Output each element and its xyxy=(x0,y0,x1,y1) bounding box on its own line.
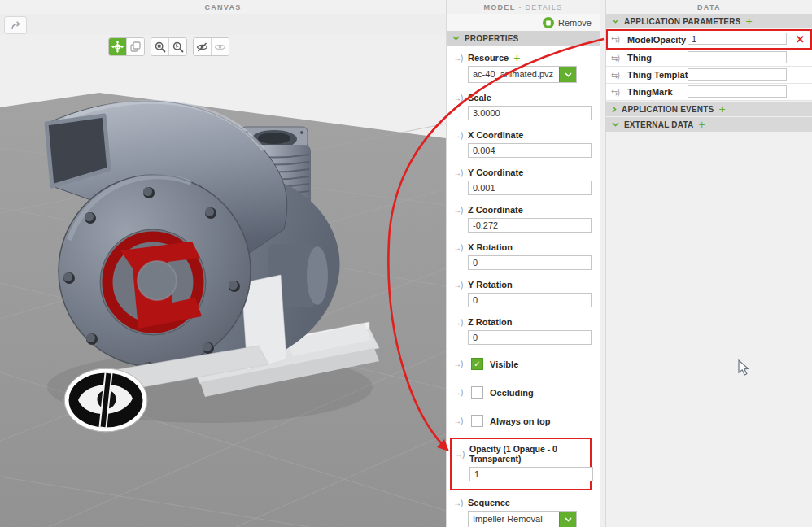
thing-template-input[interactable] xyxy=(688,68,787,81)
binding-target-icon: →) xyxy=(453,131,468,140)
properties-label: PROPERTIES xyxy=(465,34,518,43)
model-title-secondary: - DETAILS xyxy=(518,3,562,11)
binding-param-icon: ⇆) xyxy=(611,35,626,44)
thing-input[interactable] xyxy=(688,51,787,63)
binding-target-icon: →) xyxy=(453,281,468,290)
zoom-button-group xyxy=(151,37,187,56)
canvas-panel-title: CANVAS xyxy=(0,0,446,14)
binding-param-icon: ⇆) xyxy=(611,88,626,97)
occluding-checkbox[interactable] xyxy=(471,386,483,399)
chevron-down-icon xyxy=(452,36,460,41)
hide-tool-button[interactable] xyxy=(194,38,211,55)
add-event-icon[interactable]: + xyxy=(718,105,725,113)
model-panel-scrollbar[interactable] xyxy=(600,0,605,527)
binding-target-icon: →) xyxy=(453,206,468,215)
sequence-label: Sequence xyxy=(468,498,510,507)
always-on-top-label: Always on top xyxy=(490,416,551,426)
opacity-highlight-box: →) Opacity (1 Opaque - 0 Transparent) xyxy=(450,438,592,490)
zoom-region-tool-button[interactable] xyxy=(151,38,168,55)
y-coordinate-label: Y Coordinate xyxy=(468,168,523,177)
binding-target-icon: →) xyxy=(453,94,468,102)
scale-input[interactable] xyxy=(468,106,592,120)
redo-button[interactable] xyxy=(4,16,27,34)
modelopacity-label: ModelOpacity xyxy=(627,35,686,45)
binding-target-icon: →) xyxy=(453,318,468,327)
check-icon: ✓ xyxy=(474,359,480,368)
chevron-down-icon xyxy=(565,72,572,77)
remove-button[interactable] xyxy=(543,17,554,28)
binding-target-icon: →) xyxy=(453,416,468,425)
application-events-header[interactable]: APPLICATION EVENTS + xyxy=(606,102,812,116)
thingmark-input[interactable] xyxy=(688,85,787,98)
trash-icon xyxy=(545,19,552,26)
external-data-label: EXTERNAL DATA xyxy=(624,120,693,129)
sequence-dropdown[interactable]: Impeller Removal xyxy=(468,511,577,527)
thingmark xyxy=(64,368,147,432)
remove-bar: Remove xyxy=(447,14,600,31)
resource-dropdown[interactable]: ac-40_animated.pvz xyxy=(468,66,577,83)
resource-label: Resource xyxy=(468,53,509,63)
binding-target-icon: →) xyxy=(453,54,468,63)
canvas-title-text: CANVAS xyxy=(204,3,241,11)
resource-add-icon[interactable]: + xyxy=(513,54,520,62)
x-coordinate-input[interactable] xyxy=(468,143,592,158)
delete-parameter-button[interactable]: ✕ xyxy=(796,33,805,46)
add-external-data-icon[interactable]: + xyxy=(698,120,705,128)
add-parameter-icon[interactable]: + xyxy=(745,17,752,25)
application-parameters-label: APPLICATION PARAMETERS xyxy=(624,17,740,26)
zoom-select-tool-button[interactable] xyxy=(168,38,186,55)
sequence-dropdown-value: Impeller Removal xyxy=(469,512,559,527)
show-tool-button[interactable] xyxy=(211,38,229,55)
parameter-row-modelopacity: ⇆) ModelOpacity ✎ ✕ xyxy=(606,29,812,50)
thing-template-label: Thing Template xyxy=(627,70,692,80)
application-parameters-header[interactable]: APPLICATION PARAMETERS + xyxy=(606,14,812,28)
canvas-panel: CANVAS xyxy=(0,0,446,527)
binding-target-icon: →) xyxy=(455,450,469,459)
redo-arrow-icon xyxy=(10,20,21,30)
magnifier-box-icon xyxy=(155,41,166,53)
x-rotation-label: X Rotation xyxy=(468,242,513,252)
binding-param-icon: ⇆) xyxy=(611,54,626,63)
canvas-toolbar-strip xyxy=(0,14,446,35)
visibility-button-group xyxy=(193,37,229,56)
opacity-label: Opacity (1 Opaque - 0 Transparent) xyxy=(469,444,587,464)
y-coordinate-input[interactable] xyxy=(468,181,592,195)
always-on-top-checkbox[interactable] xyxy=(471,415,483,427)
model-properties-content: →) Resource + ac-40_animated.pvz →) Scal… xyxy=(447,53,600,527)
canvas-view-toolbar xyxy=(108,37,229,56)
duplicate-icon xyxy=(130,41,141,52)
y-rotation-label: Y Rotation xyxy=(468,280,513,290)
magnifier-cursor-icon xyxy=(172,41,184,53)
binding-param-icon: ⇆) xyxy=(611,71,626,80)
move-3d-icon xyxy=(111,41,124,53)
visible-label: Visible xyxy=(490,359,518,369)
duplicate-tool-button[interactable] xyxy=(126,38,144,55)
properties-section-header[interactable]: PROPERTIES xyxy=(447,31,600,46)
binding-target-icon: →) xyxy=(453,243,468,252)
eye-icon xyxy=(214,42,226,52)
chevron-down-icon xyxy=(612,19,619,24)
chevron-down-icon xyxy=(612,122,619,127)
y-rotation-input[interactable] xyxy=(468,293,592,307)
transform-tool-button[interactable] xyxy=(109,38,126,55)
modelopacity-input[interactable] xyxy=(688,33,787,45)
binding-target-icon: →) xyxy=(453,388,468,397)
3d-canvas-view[interactable] xyxy=(0,35,446,527)
parameter-row-thing-template: ⇆) Thing Template xyxy=(606,67,812,84)
z-coordinate-input[interactable] xyxy=(468,218,592,233)
remove-label[interactable]: Remove xyxy=(558,18,592,28)
x-rotation-input[interactable] xyxy=(468,255,592,270)
opacity-input[interactable] xyxy=(469,467,593,481)
resource-dropdown-value: ac-40_animated.pvz xyxy=(469,67,559,82)
sequence-dropdown-button[interactable] xyxy=(559,512,576,527)
parameter-row-thing: ⇆) Thing xyxy=(606,50,812,67)
chevron-down-icon xyxy=(565,517,572,522)
binding-target-icon: →) xyxy=(453,168,468,177)
z-rotation-input[interactable] xyxy=(468,330,592,345)
resource-dropdown-button[interactable] xyxy=(559,67,576,82)
data-title-text: DATA xyxy=(697,3,721,11)
binding-target-icon: →) xyxy=(453,359,468,368)
visible-checkbox[interactable]: ✓ xyxy=(471,358,483,370)
occluding-label: Occluding xyxy=(490,388,534,398)
external-data-header[interactable]: EXTERNAL DATA + xyxy=(606,117,812,132)
